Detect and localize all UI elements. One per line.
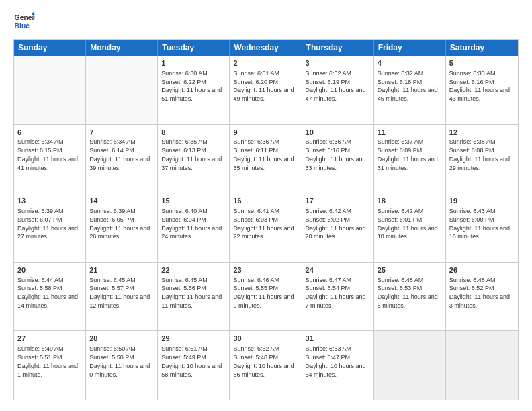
day-cell-11: 11Sunrise: 6:37 AM Sunset: 6:09 PM Dayli…	[374, 125, 446, 193]
empty-cell	[374, 331, 446, 400]
day-content: Sunrise: 6:41 AM Sunset: 6:03 PM Dayligh…	[233, 208, 294, 240]
day-cell-6: 6Sunrise: 6:34 AM Sunset: 6:15 PM Daylig…	[14, 125, 86, 193]
calendar: SundayMondayTuesdayWednesdayThursdayFrid…	[13, 39, 519, 400]
day-number: 8	[161, 128, 226, 138]
day-number: 27	[17, 334, 82, 344]
day-cell-2: 2Sunrise: 6:31 AM Sunset: 6:20 PM Daylig…	[230, 56, 302, 124]
calendar-row-4: 27Sunrise: 6:49 AM Sunset: 5:51 PM Dayli…	[14, 330, 518, 400]
day-cell-22: 22Sunrise: 6:45 AM Sunset: 5:56 PM Dayli…	[158, 263, 230, 331]
day-cell-5: 5Sunrise: 6:33 AM Sunset: 6:16 PM Daylig…	[446, 56, 518, 124]
logo: General Blue	[13, 11, 35, 32]
day-number: 10	[306, 128, 370, 138]
calendar-row-2: 13Sunrise: 6:39 AM Sunset: 6:07 PM Dayli…	[14, 193, 518, 262]
day-content: Sunrise: 6:42 AM Sunset: 6:01 PM Dayligh…	[378, 208, 438, 240]
day-cell-18: 18Sunrise: 6:42 AM Sunset: 6:01 PM Dayli…	[374, 193, 446, 262]
day-number: 1	[161, 58, 226, 68]
header-day-thursday: Thursday	[302, 40, 374, 56]
day-cell-31: 31Sunrise: 6:53 AM Sunset: 5:47 PM Dayli…	[302, 331, 374, 400]
day-number: 20	[17, 265, 82, 275]
day-number: 3	[306, 58, 370, 68]
day-number: 30	[233, 334, 298, 344]
day-number: 14	[89, 196, 154, 206]
svg-text:Blue: Blue	[15, 22, 30, 30]
calendar-row-3: 20Sunrise: 6:44 AM Sunset: 5:58 PM Dayli…	[14, 262, 518, 331]
calendar-body: 1Sunrise: 6:30 AM Sunset: 6:22 PM Daylig…	[14, 56, 518, 400]
header: General Blue	[13, 11, 519, 32]
day-number: 11	[378, 128, 442, 138]
day-cell-12: 12Sunrise: 6:38 AM Sunset: 6:08 PM Dayli…	[446, 125, 518, 193]
empty-cell	[14, 56, 86, 124]
day-cell-21: 21Sunrise: 6:45 AM Sunset: 5:57 PM Dayli…	[86, 263, 158, 331]
day-content: Sunrise: 6:52 AM Sunset: 5:48 PM Dayligh…	[233, 345, 294, 377]
header-day-sunday: Sunday	[14, 40, 86, 56]
day-number: 18	[378, 196, 442, 206]
day-cell-13: 13Sunrise: 6:39 AM Sunset: 6:07 PM Dayli…	[14, 193, 86, 262]
day-content: Sunrise: 6:48 AM Sunset: 5:52 PM Dayligh…	[449, 277, 510, 309]
day-cell-20: 20Sunrise: 6:44 AM Sunset: 5:58 PM Dayli…	[14, 263, 86, 331]
day-cell-8: 8Sunrise: 6:35 AM Sunset: 6:13 PM Daylig…	[158, 125, 230, 193]
calendar-row-0: 1Sunrise: 6:30 AM Sunset: 6:22 PM Daylig…	[14, 56, 518, 124]
day-number: 12	[449, 128, 515, 138]
day-cell-10: 10Sunrise: 6:36 AM Sunset: 6:10 PM Dayli…	[302, 125, 374, 193]
day-content: Sunrise: 6:36 AM Sunset: 6:10 PM Dayligh…	[306, 138, 366, 171]
day-content: Sunrise: 6:49 AM Sunset: 5:51 PM Dayligh…	[17, 345, 78, 377]
day-content: Sunrise: 6:38 AM Sunset: 6:08 PM Dayligh…	[449, 138, 510, 171]
day-number: 22	[161, 265, 226, 275]
day-content: Sunrise: 6:47 AM Sunset: 5:54 PM Dayligh…	[306, 277, 366, 309]
day-cell-1: 1Sunrise: 6:30 AM Sunset: 6:22 PM Daylig…	[158, 56, 230, 124]
day-content: Sunrise: 6:37 AM Sunset: 6:09 PM Dayligh…	[378, 138, 438, 171]
day-cell-30: 30Sunrise: 6:52 AM Sunset: 5:48 PM Dayli…	[230, 331, 302, 400]
day-number: 15	[161, 196, 226, 206]
day-cell-23: 23Sunrise: 6:46 AM Sunset: 5:55 PM Dayli…	[230, 263, 302, 331]
day-content: Sunrise: 6:51 AM Sunset: 5:49 PM Dayligh…	[161, 345, 222, 377]
day-number: 21	[89, 265, 154, 275]
day-number: 29	[161, 334, 226, 344]
day-number: 16	[233, 196, 298, 206]
page: General Blue SundayMondayTuesdayWednesda…	[0, 0, 532, 411]
empty-cell	[446, 331, 518, 400]
svg-marker-2	[32, 12, 35, 15]
day-content: Sunrise: 6:32 AM Sunset: 6:18 PM Dayligh…	[378, 70, 438, 102]
day-cell-26: 26Sunrise: 6:48 AM Sunset: 5:52 PM Dayli…	[446, 263, 518, 331]
header-day-wednesday: Wednesday	[230, 40, 302, 56]
day-content: Sunrise: 6:34 AM Sunset: 6:15 PM Dayligh…	[17, 138, 78, 171]
day-cell-16: 16Sunrise: 6:41 AM Sunset: 6:03 PM Dayli…	[230, 193, 302, 262]
day-cell-3: 3Sunrise: 6:32 AM Sunset: 6:19 PM Daylig…	[302, 56, 374, 124]
calendar-row-1: 6Sunrise: 6:34 AM Sunset: 6:15 PM Daylig…	[14, 124, 518, 193]
day-content: Sunrise: 6:36 AM Sunset: 6:11 PM Dayligh…	[233, 138, 294, 171]
day-number: 19	[449, 196, 515, 206]
day-content: Sunrise: 6:32 AM Sunset: 6:19 PM Dayligh…	[306, 70, 366, 102]
day-number: 23	[233, 265, 298, 275]
day-content: Sunrise: 6:43 AM Sunset: 6:00 PM Dayligh…	[449, 208, 510, 240]
day-cell-17: 17Sunrise: 6:42 AM Sunset: 6:02 PM Dayli…	[302, 193, 374, 262]
day-number: 17	[306, 196, 370, 206]
logo-icon: General Blue	[13, 11, 35, 32]
day-content: Sunrise: 6:39 AM Sunset: 6:05 PM Dayligh…	[89, 208, 150, 240]
day-number: 7	[89, 128, 154, 138]
day-content: Sunrise: 6:39 AM Sunset: 6:07 PM Dayligh…	[17, 208, 78, 240]
day-number: 5	[449, 58, 515, 68]
day-number: 26	[449, 265, 515, 275]
day-cell-27: 27Sunrise: 6:49 AM Sunset: 5:51 PM Dayli…	[14, 331, 86, 400]
day-cell-24: 24Sunrise: 6:47 AM Sunset: 5:54 PM Dayli…	[302, 263, 374, 331]
day-content: Sunrise: 6:34 AM Sunset: 6:14 PM Dayligh…	[89, 138, 150, 171]
day-cell-19: 19Sunrise: 6:43 AM Sunset: 6:00 PM Dayli…	[446, 193, 518, 262]
header-day-monday: Monday	[86, 40, 158, 56]
day-number: 4	[378, 58, 442, 68]
day-content: Sunrise: 6:45 AM Sunset: 5:57 PM Dayligh…	[89, 277, 150, 309]
day-content: Sunrise: 6:46 AM Sunset: 5:55 PM Dayligh…	[233, 277, 294, 309]
header-day-friday: Friday	[374, 40, 446, 56]
day-content: Sunrise: 6:44 AM Sunset: 5:58 PM Dayligh…	[17, 277, 78, 309]
day-number: 25	[378, 265, 442, 275]
day-content: Sunrise: 6:40 AM Sunset: 6:04 PM Dayligh…	[161, 208, 222, 240]
day-content: Sunrise: 6:42 AM Sunset: 6:02 PM Dayligh…	[306, 208, 366, 240]
empty-cell	[86, 56, 158, 124]
day-number: 31	[306, 334, 370, 344]
day-content: Sunrise: 6:50 AM Sunset: 5:50 PM Dayligh…	[89, 345, 150, 377]
day-content: Sunrise: 6:48 AM Sunset: 5:53 PM Dayligh…	[378, 277, 438, 309]
header-day-saturday: Saturday	[446, 40, 518, 56]
day-number: 9	[233, 128, 298, 138]
day-content: Sunrise: 6:33 AM Sunset: 6:16 PM Dayligh…	[449, 70, 510, 102]
day-cell-7: 7Sunrise: 6:34 AM Sunset: 6:14 PM Daylig…	[86, 125, 158, 193]
day-cell-29: 29Sunrise: 6:51 AM Sunset: 5:49 PM Dayli…	[158, 331, 230, 400]
